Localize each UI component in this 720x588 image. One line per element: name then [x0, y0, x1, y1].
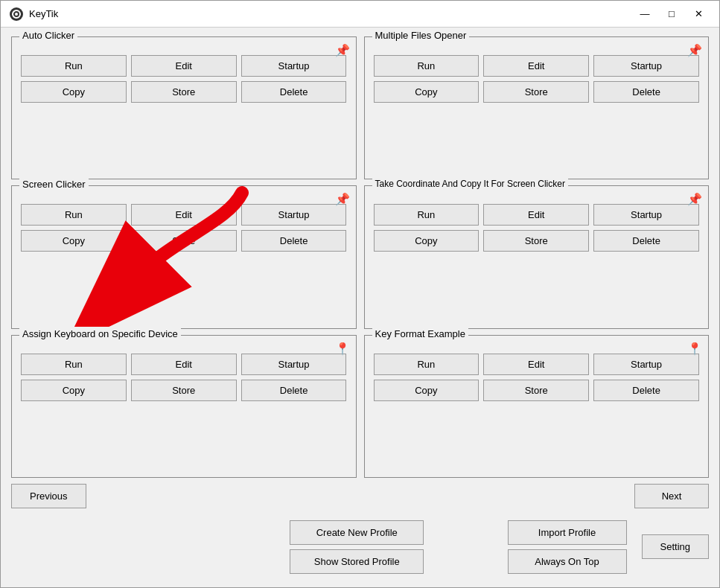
window-title: KeyTik — [29, 8, 633, 19]
panel-assign-keyboard-pin[interactable]: 📍 — [335, 342, 350, 356]
panel-row-2: Screen Clicker 📌 Run Edit Startup Copy S… — [11, 185, 709, 328]
sc-copy[interactable]: Copy — [21, 230, 127, 252]
assign-keyboard-buttons: Run Edit Startup Copy Store Delete — [21, 354, 347, 401]
panel-key-format-example-title: Key Format Example — [372, 328, 468, 339]
panel-assign-keyboard: Assign Keyboard on Specific Device 📍 Run… — [11, 335, 357, 478]
minimize-button[interactable]: — — [633, 5, 657, 23]
ak-edit[interactable]: Edit — [131, 354, 237, 375]
auto-clicker-run[interactable]: Run — [21, 55, 127, 77]
footer-center-group: Create New Profile Show Stored Profile — [290, 520, 424, 574]
tc-copy[interactable]: Copy — [374, 230, 480, 252]
mfo-copy[interactable]: Copy — [374, 81, 480, 103]
kfe-delete[interactable]: Delete — [593, 380, 699, 401]
panel-multiple-files-opener: Multiple Files Opener 📌 Run Edit Startup… — [364, 36, 710, 179]
footer-right-group: Import Profile Always On Top — [508, 520, 627, 574]
auto-clicker-buttons: Run Edit Startup Copy Store Delete — [21, 55, 347, 103]
setting-button[interactable]: Setting — [642, 534, 709, 559]
panel-screen-clicker: Screen Clicker 📌 Run Edit Startup Copy S… — [11, 185, 357, 328]
mfo-delete[interactable]: Delete — [593, 81, 699, 103]
show-stored-profile-button[interactable]: Show Stored Profile — [290, 549, 424, 574]
panel-row-1: Auto Clicker 📌 Run Edit Startup Copy Sto… — [11, 36, 709, 179]
tc-edit[interactable]: Edit — [483, 204, 589, 226]
nav-row: Previous Next — [11, 484, 709, 508]
mfo-startup[interactable]: Startup — [593, 55, 699, 77]
tc-delete[interactable]: Delete — [593, 230, 699, 252]
panel-assign-keyboard-title: Assign Keyboard on Specific Device — [19, 328, 181, 339]
kfe-copy[interactable]: Copy — [374, 380, 480, 401]
tc-startup[interactable]: Startup — [593, 204, 699, 226]
sc-store[interactable]: Store — [131, 230, 237, 252]
ak-startup[interactable]: Startup — [241, 354, 347, 375]
auto-clicker-edit[interactable]: Edit — [131, 55, 237, 77]
sc-run[interactable]: Run — [21, 204, 127, 226]
kfe-startup[interactable]: Startup — [593, 354, 699, 375]
panel-screen-clicker-pin[interactable]: 📌 — [335, 192, 350, 206]
kfe-run[interactable]: Run — [374, 354, 480, 375]
auto-clicker-store[interactable]: Store — [131, 81, 237, 103]
next-button[interactable]: Next — [634, 484, 709, 508]
screen-clicker-buttons: Run Edit Startup Copy Store Delete — [21, 204, 347, 252]
content-area: Auto Clicker 📌 Run Edit Startup Copy Sto… — [1, 28, 719, 587]
ak-run[interactable]: Run — [21, 354, 127, 375]
app-icon — [10, 7, 23, 21]
panel-key-format-example-pin[interactable]: 📍 — [687, 342, 702, 356]
multiple-files-opener-buttons: Run Edit Startup Copy Store Delete — [374, 55, 700, 103]
auto-clicker-copy[interactable]: Copy — [21, 81, 127, 103]
panel-multiple-files-opener-title: Multiple Files Opener — [372, 30, 470, 41]
panel-take-coordinate-title: Take Coordinate And Copy It For Screen C… — [372, 179, 568, 189]
sc-startup[interactable]: Startup — [241, 204, 347, 226]
panel-row-3: Assign Keyboard on Specific Device 📍 Run… — [11, 335, 709, 478]
panel-auto-clicker: Auto Clicker 📌 Run Edit Startup Copy Sto… — [11, 36, 357, 179]
key-format-buttons: Run Edit Startup Copy Store Delete — [374, 354, 700, 401]
title-bar: KeyTik — □ ✕ — [1, 1, 719, 28]
tc-store[interactable]: Store — [483, 230, 589, 252]
tc-run[interactable]: Run — [374, 204, 480, 226]
always-on-top-button[interactable]: Always On Top — [508, 549, 627, 574]
auto-clicker-startup[interactable]: Startup — [241, 55, 347, 77]
import-profile-button[interactable]: Import Profile — [508, 520, 627, 545]
footer-area: Create New Profile Show Stored Profile I… — [11, 520, 709, 578]
kfe-store[interactable]: Store — [483, 380, 589, 401]
panel-take-coordinate: Take Coordinate And Copy It For Screen C… — [364, 185, 710, 328]
panel-auto-clicker-pin[interactable]: 📌 — [335, 43, 350, 57]
sc-delete[interactable]: Delete — [241, 230, 347, 252]
close-button[interactable]: ✕ — [686, 5, 710, 23]
take-coordinate-buttons: Run Edit Startup Copy Store Delete — [374, 204, 700, 252]
mfo-run[interactable]: Run — [374, 55, 480, 77]
ak-store[interactable]: Store — [131, 380, 237, 401]
ak-copy[interactable]: Copy — [21, 380, 127, 401]
window-controls: — □ ✕ — [633, 5, 710, 23]
panel-key-format-example: Key Format Example 📍 Run Edit Startup Co… — [364, 335, 710, 478]
panel-screen-clicker-title: Screen Clicker — [19, 179, 89, 190]
previous-button[interactable]: Previous — [11, 484, 86, 508]
svg-point-1 — [15, 13, 18, 16]
kfe-edit[interactable]: Edit — [483, 354, 589, 375]
create-new-profile-button[interactable]: Create New Profile — [290, 520, 424, 545]
panel-take-coordinate-pin[interactable]: 📌 — [687, 192, 702, 206]
mfo-store[interactable]: Store — [483, 81, 589, 103]
auto-clicker-delete[interactable]: Delete — [241, 81, 347, 103]
mfo-edit[interactable]: Edit — [483, 55, 589, 77]
maximize-button[interactable]: □ — [660, 5, 684, 23]
sc-edit[interactable]: Edit — [131, 204, 237, 226]
ak-delete[interactable]: Delete — [241, 380, 347, 401]
panel-multiple-files-opener-pin[interactable]: 📌 — [687, 43, 702, 57]
main-window: KeyTik — □ ✕ Auto Clicker 📌 Run Edit Sta… — [0, 0, 720, 588]
panel-auto-clicker-title: Auto Clicker — [19, 30, 77, 41]
